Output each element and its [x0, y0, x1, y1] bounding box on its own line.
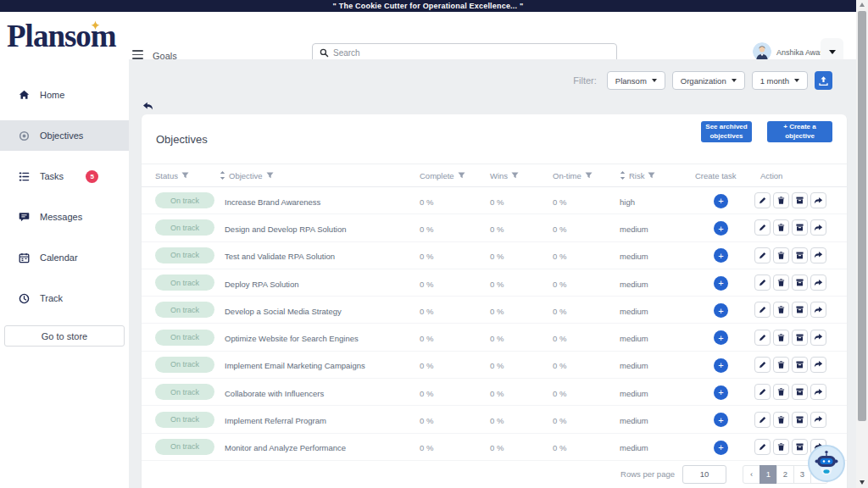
delete-button[interactable] [773, 219, 789, 236]
create-task-button[interactable]: + [714, 221, 728, 236]
wins-value: 0 % [490, 197, 504, 207]
share-button[interactable] [810, 330, 826, 346]
edit-button[interactable] [754, 192, 771, 208]
sidebar-item-calendar[interactable]: Calendar [0, 242, 129, 273]
delete-button[interactable] [773, 274, 789, 291]
sidebar-item-objectives[interactable]: Objectives [0, 120, 129, 151]
filter-dropdown-period[interactable]: 1 month [752, 71, 808, 90]
edit-button[interactable] [754, 384, 771, 400]
archive-button[interactable] [792, 384, 808, 400]
share-button[interactable] [810, 192, 826, 208]
menu-toggle-icon[interactable] [132, 50, 143, 59]
filter-icon[interactable] [266, 172, 274, 179]
edit-button[interactable] [754, 330, 771, 346]
share-button[interactable] [810, 219, 826, 236]
create-objective-button[interactable]: + Create a objective [767, 121, 832, 142]
share-button[interactable] [810, 357, 826, 373]
scroll-up-arrow-icon[interactable] [860, 3, 865, 7]
filter-icon[interactable] [585, 172, 593, 179]
create-task-button[interactable]: + [714, 276, 728, 291]
filter-icon[interactable] [181, 172, 189, 179]
column-wins: Wins [490, 171, 553, 180]
user-avatar[interactable] [753, 42, 771, 61]
edit-button[interactable] [754, 219, 771, 236]
objective-name[interactable]: Test and Validate RPA Solution [225, 252, 335, 261]
archive-button[interactable] [792, 330, 808, 346]
archive-button[interactable] [792, 274, 808, 291]
filter-icon[interactable] [458, 172, 465, 179]
archive-button[interactable] [792, 439, 808, 455]
sidebar-item-messages[interactable]: Messages [0, 202, 129, 232]
filter-icon[interactable] [511, 172, 519, 179]
objective-name[interactable]: Implement Email Marketing Campaigns [225, 361, 365, 370]
archive-button[interactable] [792, 247, 808, 263]
create-task-button[interactable]: + [714, 441, 728, 455]
table-row: On track Test and Validate RPA Solution … [142, 242, 847, 269]
objective-name[interactable]: Collaborate with Influencers [225, 389, 324, 398]
share-button[interactable] [810, 274, 826, 291]
delete-button[interactable] [773, 192, 789, 208]
filter-dropdown-organization[interactable]: Organization [672, 71, 745, 90]
objective-name[interactable]: Monitor and Analyze Performance [225, 443, 346, 452]
archive-button[interactable] [792, 357, 808, 373]
scrollbar-thumb[interactable] [858, 11, 866, 421]
filter-dropdown-plansom[interactable]: Plansom [607, 71, 665, 90]
edit-button[interactable] [754, 274, 771, 291]
delete-button[interactable] [773, 412, 789, 428]
delete-button[interactable] [773, 330, 789, 346]
sort-icon[interactable] [620, 171, 626, 180]
share-button[interactable] [810, 384, 826, 400]
scroll-down-arrow-icon[interactable] [860, 480, 865, 485]
edit-button[interactable] [754, 247, 771, 263]
sidebar-item-tasks[interactable]: Tasks 5 [0, 161, 129, 191]
delete-button[interactable] [773, 439, 789, 455]
objective-name[interactable]: Design and Develop RPA Solution [225, 225, 346, 234]
objective-name[interactable]: Develop a Social Media Strategy [225, 307, 342, 316]
complete-value: 0 % [420, 197, 433, 207]
edit-button[interactable] [754, 357, 771, 373]
create-task-button[interactable]: + [714, 330, 728, 345]
share-button[interactable] [810, 247, 826, 263]
chatbot-button[interactable] [808, 445, 845, 482]
back-button[interactable] [142, 99, 153, 114]
filter-icon[interactable] [648, 172, 655, 179]
create-task-button[interactable]: + [714, 358, 728, 373]
create-task-button[interactable]: + [714, 303, 728, 318]
sidebar-item-home[interactable]: Home [0, 80, 129, 110]
create-task-button[interactable]: + [714, 194, 728, 208]
rows-per-page-select[interactable]: 10 [682, 465, 726, 484]
objective-name[interactable]: Implement Referral Program [225, 416, 326, 425]
edit-button[interactable] [754, 412, 771, 428]
archive-button[interactable] [792, 302, 808, 318]
plansom-logo[interactable]: Plansom [7, 15, 134, 58]
prev-page-button[interactable]: ‹ [743, 465, 760, 484]
delete-button[interactable] [773, 357, 789, 373]
create-task-button[interactable]: + [714, 413, 728, 427]
archive-button[interactable] [792, 219, 808, 236]
delete-button[interactable] [773, 302, 789, 318]
search-input[interactable] [333, 48, 609, 58]
sidebar-item-track[interactable]: Track [0, 283, 129, 313]
objective-name[interactable]: Increase Brand Awareness [225, 197, 320, 207]
edit-button[interactable] [754, 439, 771, 455]
go-to-store-button[interactable]: Go to store [4, 325, 125, 347]
pencil-icon [758, 333, 767, 342]
edit-button[interactable] [754, 302, 771, 318]
sort-icon[interactable] [220, 171, 225, 180]
share-button[interactable] [810, 412, 826, 428]
upload-icon [818, 75, 829, 86]
export-button[interactable] [815, 71, 832, 90]
delete-button[interactable] [773, 247, 789, 263]
page-button-1[interactable]: 1 [760, 465, 777, 484]
objective-name[interactable]: Deploy RPA Solution [225, 280, 299, 289]
create-task-button[interactable]: + [714, 385, 728, 400]
archive-button[interactable] [792, 192, 808, 208]
objective-name[interactable]: Optimize Website for Search Engines [225, 334, 359, 343]
delete-button[interactable] [773, 384, 789, 400]
share-button[interactable] [810, 302, 826, 318]
column-complete: Complete [420, 171, 490, 180]
page-button-2[interactable]: 2 [776, 465, 794, 484]
see-archived-button[interactable]: See archived objectives [701, 121, 752, 142]
create-task-button[interactable]: + [714, 248, 728, 263]
archive-button[interactable] [792, 412, 808, 428]
